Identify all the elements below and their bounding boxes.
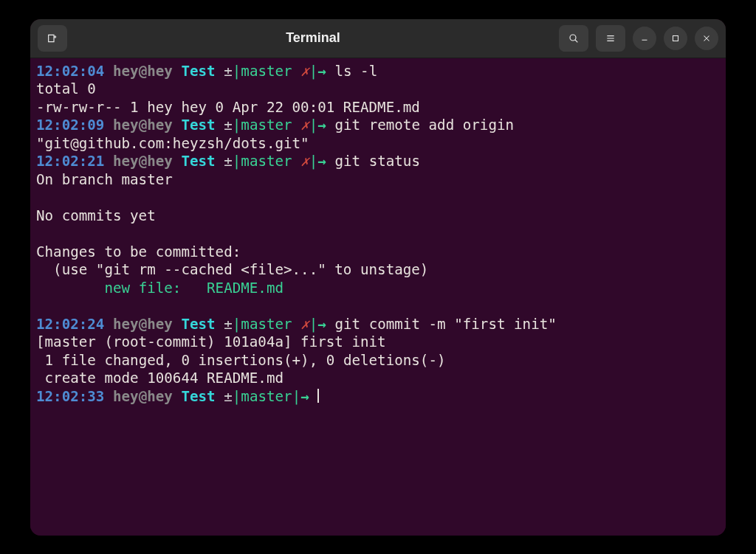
cwd: Test	[181, 316, 215, 333]
git-dirty-icon: ✗	[300, 63, 309, 80]
output-line: total 0	[36, 80, 720, 99]
command: git status	[334, 153, 420, 170]
search-button[interactable]	[559, 25, 588, 52]
titlebar: Terminal	[30, 19, 726, 58]
window-title: Terminal	[73, 30, 553, 46]
prompt-line: 12:02:21 hey@hey Test ±|master ✗|→ git s…	[36, 153, 720, 171]
user-host: hey@hey	[113, 63, 173, 80]
cwd: Test	[181, 63, 215, 80]
git-branch: master	[241, 316, 292, 333]
user-host: hey@hey	[113, 117, 173, 134]
output-line: (use "git rm --cached <file>..." to unst…	[36, 261, 720, 280]
output-line: new file: README.md	[36, 280, 720, 298]
user-host: hey@hey	[113, 153, 173, 170]
new-tab-icon	[47, 32, 58, 44]
svg-point-0	[570, 35, 576, 41]
cwd: Test	[181, 117, 215, 134]
arrow-icon: →	[300, 388, 309, 405]
timestamp: 12:02:21	[36, 153, 104, 170]
minimize-icon	[639, 33, 650, 44]
terminal-window: Terminal 12:02:04 hey@hey Test ±|master …	[30, 19, 726, 536]
output-line: On branch master	[36, 171, 720, 190]
timestamp: 12:02:33	[36, 388, 104, 405]
output-line: Changes to be committed:	[36, 243, 720, 262]
output-line: [master (root-commit) 101a04a] first ini…	[36, 333, 720, 352]
output-line	[36, 297, 720, 316]
git-branch: master	[241, 63, 292, 80]
git-branch: master	[241, 388, 292, 405]
menu-button[interactable]	[596, 25, 625, 52]
output-line: No commits yet	[36, 207, 720, 226]
cursor	[317, 389, 319, 403]
user-host: hey@hey	[113, 388, 173, 405]
arrow-icon: →	[317, 117, 326, 134]
close-icon	[701, 33, 712, 44]
output-line	[36, 225, 720, 243]
git-dirty-icon: ✗	[300, 117, 309, 134]
git-branch: master	[241, 153, 292, 170]
hamburger-icon	[605, 32, 616, 44]
timestamp: 12:02:09	[36, 117, 104, 134]
output-line: 1 file changed, 0 insertions(+), 0 delet…	[36, 352, 720, 370]
output-line: create mode 100644 README.md	[36, 370, 720, 388]
command: ls -l	[334, 63, 377, 80]
prompt-line: 12:02:33 hey@hey Test ±|master|→	[36, 388, 720, 406]
timestamp: 12:02:04	[36, 63, 104, 80]
user-host: hey@hey	[113, 316, 173, 333]
prompt-line: 12:02:09 hey@hey Test ±|master ✗|→ git r…	[36, 117, 720, 153]
output-line	[36, 189, 720, 207]
git-dirty-icon: ✗	[300, 153, 309, 170]
cwd: Test	[181, 153, 215, 170]
timestamp: 12:02:24	[36, 316, 104, 333]
output-line: -rw-rw-r-- 1 hey hey 0 Apr 22 00:01 READ…	[36, 99, 720, 117]
titlebar-right	[559, 25, 718, 52]
minimize-button[interactable]	[633, 27, 656, 50]
arrow-icon: →	[317, 153, 326, 170]
maximize-button[interactable]	[664, 27, 687, 50]
arrow-icon: →	[317, 63, 326, 80]
svg-rect-1	[673, 35, 678, 41]
git-branch: master	[241, 117, 292, 134]
command: git commit -m "first init"	[334, 316, 556, 333]
maximize-icon	[670, 33, 681, 44]
search-icon	[568, 32, 580, 44]
close-button[interactable]	[695, 27, 718, 50]
new-tab-button[interactable]	[38, 25, 67, 52]
prompt-line: 12:02:24 hey@hey Test ±|master ✗|→ git c…	[36, 316, 720, 334]
arrow-icon: →	[317, 316, 326, 333]
git-dirty-icon: ✗	[300, 316, 309, 333]
cwd: Test	[181, 388, 215, 405]
terminal-output[interactable]: 12:02:04 hey@hey Test ±|master ✗|→ ls -l…	[30, 58, 726, 536]
prompt-line: 12:02:04 hey@hey Test ±|master ✗|→ ls -l	[36, 63, 720, 81]
